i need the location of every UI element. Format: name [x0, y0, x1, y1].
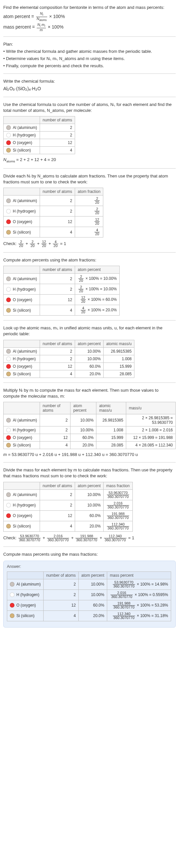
n-atoms-cell: 2 [40, 124, 75, 131]
element-cell: O (oxygen) [4, 217, 40, 227]
element-swatch [10, 614, 14, 618]
element-cell: H (hydrogen) [4, 131, 40, 139]
element-cell: H (hydrogen) [4, 500, 40, 510]
element-label: H (hydrogen) [13, 356, 36, 361]
table-row: O (oxygen)121220 [4, 217, 103, 227]
element-label: O (oxygen) [13, 219, 32, 224]
element-label: O (oxygen) [13, 298, 32, 302]
element-cell: Al (aluminum) [4, 124, 40, 131]
element-label: O (oxygen) [13, 141, 32, 145]
table-row: H (hydrogen)210.00%1.0082 × 1.008 = 2.01… [4, 426, 176, 434]
element-cell: Si (silicon) [4, 147, 40, 154]
chemical-formula: Al₂O₃·(SiO₂)₄·H₂O [3, 86, 176, 92]
atom-percent-table: number of atomsatom percent Al (aluminum… [3, 266, 120, 316]
table-row: O (oxygen)1260.0%15.999 [4, 363, 134, 370]
n-atoms-cell: 12 [40, 139, 75, 147]
mfrac-intro: Divide the mass for each element by m to… [3, 467, 176, 479]
table-row: Al (aluminum)210.00%26.9815385 [4, 347, 134, 355]
atom-fraction-cell: 1220 [75, 217, 103, 227]
element-label: Al (aluminum) [13, 492, 37, 497]
element-label: H (hydrogen) [13, 428, 36, 432]
element-swatch [6, 503, 11, 507]
divide-intro: Divide each Nᵢ by N_atoms to calculate a… [3, 173, 176, 185]
table-row: Al (aluminum)210.00%53.9630770360.307077… [7, 579, 171, 589]
mass-cell: 4 × 28.085 = 112.340 [126, 441, 175, 449]
element-swatch [10, 603, 14, 608]
element-label: H (hydrogen) [13, 287, 36, 291]
natoms-sum: Natoms = 2 + 2 + 12 + 4 = 20 [3, 157, 176, 163]
atom-percent-cell: 220 × 100% = 10.00% [75, 284, 120, 294]
element-swatch [6, 435, 11, 440]
count-intro: Use the chemical formula to count the nu… [3, 102, 176, 114]
element-label: O (oxygen) [16, 603, 36, 608]
element-label: Si (silicon) [13, 372, 31, 376]
element-swatch [6, 308, 11, 313]
n-atoms-cell: 4 [40, 147, 75, 154]
atomic-mass-cell: 28.085 [104, 370, 134, 378]
table-row: Al (aluminum)210.00%53.9630770360.307077… [4, 490, 133, 500]
element-cell: Al (aluminum) [4, 490, 40, 500]
element-cell: Al (aluminum) [4, 414, 40, 426]
percent-intro: Compute atom percents using the atom fra… [3, 257, 176, 263]
mass-cell: 2 × 26.9815385 = 53.9630770 [126, 414, 175, 426]
table-row: Si (silicon)420.0%112.340360.3070770 × 1… [7, 611, 171, 621]
atom-fraction-cell: 420 [75, 227, 103, 238]
element-swatch [6, 349, 11, 353]
element-swatch [6, 133, 11, 137]
element-label: Al (aluminum) [13, 418, 37, 423]
atom-fraction-table: number of atomsatom fraction Al (aluminu… [3, 188, 103, 238]
element-swatch [6, 209, 11, 214]
element-label: O (oxygen) [13, 514, 32, 518]
table-row: O (oxygen)1260.0%191.988360.3070770 × 10… [7, 600, 171, 611]
element-cell: H (hydrogen) [7, 589, 44, 600]
element-swatch [6, 443, 11, 447]
mpct-intro: Compute mass percents using the mass fra… [3, 552, 176, 557]
plan-item: • Determine values for Nᵢ, mᵢ, N_atoms a… [3, 56, 176, 62]
mass-intro: Multiply Nᵢ by mᵢ to compute the mass fo… [3, 388, 176, 399]
mass-percent-equation: mass percent = Ni mim × 100% [3, 23, 176, 31]
mass-fraction-cell: 112.340360.3070770 [104, 521, 133, 531]
element-label: Si (silicon) [13, 443, 31, 447]
element-label: H (hydrogen) [13, 503, 36, 507]
mass-fraction-cell: 191.988360.3070770 [104, 510, 133, 521]
answer-table: number of atomsatom percentmass percent … [7, 571, 171, 621]
element-swatch [6, 277, 11, 281]
element-cell: O (oxygen) [4, 434, 40, 441]
element-swatch [6, 198, 11, 203]
element-cell: O (oxygen) [7, 600, 44, 611]
element-swatch [6, 356, 11, 361]
element-swatch [10, 582, 14, 587]
write-formula-label: Write the chemical formula: [3, 79, 176, 84]
table-row: Al (aluminum)2 [4, 124, 75, 131]
table-row: Al (aluminum)210.00%26.98153852 × 26.981… [4, 414, 176, 426]
mass-cell: 12 × 15.999 = 191.988 [126, 434, 175, 441]
element-label: Si (silicon) [16, 614, 34, 618]
element-swatch [6, 428, 11, 432]
atom-percent-equation: atom percent = NiNatoms × 100% [3, 12, 176, 22]
answer-box: Answer: number of atomsatom percentmass … [3, 561, 176, 627]
mass-cell: 2 × 1.008 = 2.016 [126, 426, 175, 434]
element-label: H (hydrogen) [13, 209, 36, 214]
element-swatch [6, 492, 11, 497]
element-cell: H (hydrogen) [4, 284, 40, 294]
element-cell: Al (aluminum) [4, 347, 40, 355]
element-cell: Si (silicon) [4, 305, 40, 316]
element-cell: Al (aluminum) [7, 579, 44, 589]
element-cell: H (hydrogen) [4, 355, 40, 363]
table-row: H (hydrogen)2 [4, 131, 75, 139]
element-cell: H (hydrogen) [4, 426, 40, 434]
element-cell: Al (aluminum) [4, 195, 40, 206]
table-row: H (hydrogen)210.00%2.016360.3070770 × 10… [7, 589, 171, 600]
table-row: H (hydrogen)2220 [4, 206, 103, 217]
element-label: Al (aluminum) [13, 349, 37, 353]
element-cell: O (oxygen) [4, 139, 40, 147]
element-cell: O (oxygen) [4, 510, 40, 521]
element-label: Al (aluminum) [16, 582, 41, 587]
col-n-atoms: number of atoms [40, 117, 75, 124]
element-cell: Si (silicon) [4, 441, 40, 449]
table-row: H (hydrogen)210.00%1.008 [4, 355, 134, 363]
element-swatch [6, 141, 11, 145]
check-atom-fractions: Check: 220 + 220 + 1220 + 420 = 1 [3, 240, 176, 248]
element-cell: Si (silicon) [4, 370, 40, 378]
amass-intro: Look up the atomic mass, mᵢ, in unified … [3, 325, 176, 337]
